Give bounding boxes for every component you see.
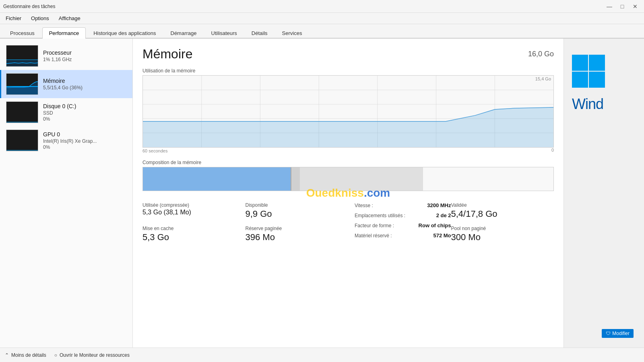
svg-rect-3 — [6, 102, 38, 123]
slots-label: Emplacements utilisés : — [355, 213, 405, 218]
stat-validated-label: Validée — [451, 202, 554, 208]
stat-nonpaged-value: 300 Mo — [451, 232, 554, 243]
menu-bar: Fichier Options Affichage — [0, 13, 644, 24]
svg-rect-4 — [6, 130, 38, 151]
title-bar: Gestionnaire des tâches — □ ✕ — [0, 0, 644, 13]
monitor-button[interactable]: ○ Ouvrir le Moniteur de ressources — [54, 352, 130, 358]
speed-value: 3200 MHz — [427, 202, 451, 208]
sidebar-item-disk[interactable]: Disque 0 (C:) SSD 0% — [0, 98, 132, 126]
sidebar-item-memory[interactable]: Mémoire 5,5/15,4 Go (36%) — [0, 70, 132, 98]
comp-standby — [300, 167, 423, 191]
stats-grid: Utilisée (compressée) 5,3 Go (38,1 Mo) D… — [142, 199, 554, 246]
tab-demarrage[interactable]: Démarrage — [164, 27, 204, 39]
bottom-bar: ⌃ Moins de détails ○ Ouvrir le Moniteur … — [0, 348, 644, 362]
menu-affichage[interactable]: Affichage — [55, 14, 85, 23]
stat-validated-value: 5,4/17,8 Go — [451, 209, 554, 219]
memory-thumbnail — [6, 73, 38, 95]
shield-icon: 🛡 — [606, 331, 611, 336]
svg-rect-0 — [6, 45, 38, 67]
comp-in-use — [143, 167, 291, 191]
maximize-button[interactable]: □ — [617, 2, 628, 11]
monitor-icon: ○ — [54, 352, 57, 358]
stat-used-label: Utilisée (compressée) — [142, 202, 246, 208]
tab-services[interactable]: Services — [275, 27, 309, 39]
form-label: Facteur de forme : — [355, 223, 394, 228]
win-logo-quad-bl — [572, 72, 588, 88]
gpu-info: GPU 0 Intel(R) Iris(R) Xe Grap... 0% — [43, 131, 128, 150]
gpu-detail: Intel(R) Iris(R) Xe Grap... — [43, 138, 128, 144]
win-logo-quad-br — [589, 72, 605, 88]
window-controls: — □ ✕ — [604, 2, 641, 11]
tab-details[interactable]: Détails — [245, 27, 275, 39]
composition-label: Composition de la mémoire — [142, 160, 554, 165]
stat-available: Disponible 9,9 Go — [246, 199, 349, 222]
gpu-mini-chart — [6, 130, 38, 151]
tab-processus[interactable]: Processus — [3, 27, 41, 39]
windows-logo-area: Wind — [564, 47, 644, 113]
chart-y-max: 15,4 Go — [535, 76, 551, 81]
memory-name: Mémoire — [43, 78, 128, 84]
cpu-thumbnail — [6, 45, 38, 67]
close-button[interactable]: ✕ — [630, 2, 641, 11]
chart-section: Utilisation de la mémoire 15,4 Go — [142, 68, 554, 153]
stat-paged-value: 396 Mo — [246, 232, 349, 243]
panel-header: Mémoire 16,0 Go — [142, 47, 554, 62]
right-sidebar: Wind 🛡 Modifier — [564, 39, 644, 348]
memory-info: Mémoire 5,5/15,4 Go (36%) — [43, 78, 128, 90]
disk-mini-chart — [6, 102, 38, 123]
chart-container: 15,4 Go — [142, 75, 554, 148]
memory-detail: 5,5/15,4 Go (36%) — [43, 85, 128, 90]
chevron-up-icon: ⌃ — [5, 352, 9, 358]
form-row: Facteur de forme : Row of chips — [355, 222, 451, 228]
monitor-label: Ouvrir le Moniteur de ressources — [60, 352, 130, 358]
disk-thumbnail — [6, 101, 38, 123]
win-logo-quad-tr — [589, 55, 605, 71]
menu-fichier[interactable]: Fichier — [2, 14, 25, 23]
reserved-row: Matériel réservé : 572 Mo — [355, 232, 451, 239]
less-details-button[interactable]: ⌃ Moins de détails — [5, 352, 46, 358]
win-logo-row-top — [572, 55, 605, 71]
stat-nonpaged: Pool non paginé 300 Mo — [451, 222, 554, 246]
disk-info: Disque 0 (C:) SSD 0% — [43, 103, 128, 122]
main-panel: Ouedkniss.com Mémoire 16,0 Go Utilisatio… — [133, 39, 564, 348]
tab-utilisateurs[interactable]: Utilisateurs — [204, 27, 244, 39]
modifier-button[interactable]: 🛡 Modifier — [602, 329, 634, 338]
composition-bar — [142, 167, 554, 191]
cpu-name: Processeur — [43, 49, 128, 56]
menu-options[interactable]: Options — [27, 14, 53, 23]
speed-label: Vitesse : — [355, 203, 373, 208]
sidebar-item-gpu[interactable]: GPU 0 Intel(R) Iris(R) Xe Grap... 0% — [0, 126, 132, 154]
windows-logo — [564, 47, 613, 96]
svg-marker-15 — [143, 107, 553, 147]
stat-available-label: Disponible — [246, 202, 349, 208]
panel-total: 16,0 Go — [528, 47, 554, 58]
tab-performance[interactable]: Performance — [42, 27, 86, 39]
disk-name: Disque 0 (C:) — [43, 103, 128, 109]
minimize-button[interactable]: — — [604, 2, 615, 11]
stat-cached-value: 5,3 Go — [142, 232, 246, 243]
stat-nonpaged-label: Pool non paginé — [451, 226, 554, 231]
reserved-value: 572 Mo — [433, 232, 451, 239]
chart-x-max: 0 — [551, 148, 554, 153]
windows-text: Wind — [564, 96, 603, 113]
stat-cached-label: Mise en cache — [142, 226, 246, 231]
speed-row: Vitesse : 3200 MHz — [355, 202, 451, 208]
gpu-name: GPU 0 — [43, 131, 128, 138]
slots-value: 2 de 2 — [436, 212, 451, 218]
chart-footer: 60 secondes 0 — [142, 148, 554, 153]
sidebar-item-cpu[interactable]: Processeur 1% 1,16 GHz — [0, 42, 132, 70]
cpu-info: Processeur 1% 1,16 GHz — [43, 49, 128, 62]
tab-historique[interactable]: Historique des applications — [87, 27, 163, 39]
panel-title: Mémoire — [142, 47, 192, 62]
disk-value: 0% — [43, 116, 128, 122]
reserved-label: Matériel réservé : — [355, 233, 392, 239]
chart-label: Utilisation de la mémoire — [142, 68, 554, 74]
win-logo-row-bottom — [572, 72, 605, 88]
memory-chart — [143, 76, 553, 147]
cpu-detail: 1% 1,16 GHz — [43, 57, 128, 62]
gpu-value: 0% — [43, 144, 128, 150]
stat-cached: Mise en cache 5,3 Go — [142, 222, 246, 246]
comp-free — [423, 167, 553, 191]
win-logo-quad-tl — [572, 55, 588, 71]
less-details-label: Moins de détails — [11, 352, 46, 358]
